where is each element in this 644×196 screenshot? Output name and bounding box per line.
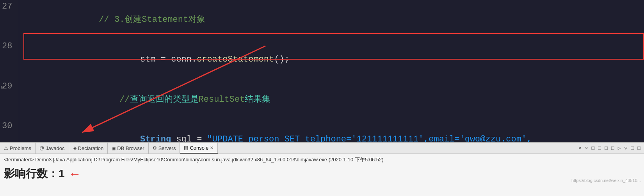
terminated-text: <terminated> Demo3 [Java Application] D:… xyxy=(4,157,384,162)
tab-servers-label: Servers xyxy=(158,145,176,151)
action-btn-7[interactable]: ▷ xyxy=(617,145,622,152)
watermark: https://blog.csdn.net/weixin_43510... xyxy=(571,178,641,183)
tab-problems-label: Problems xyxy=(10,145,31,151)
tab-bar: ⚠ Problems @ Javadoc ◈ Declaration ▣ DB … xyxy=(0,142,644,154)
console-close-ref: ✕ xyxy=(210,145,213,150)
console-icon: ▤ xyxy=(184,145,188,150)
line-content: // 3.创建Statement对象 xyxy=(19,0,644,40)
console-terminated-line: <terminated> Demo3 [Java Application] D:… xyxy=(4,156,640,163)
line-number: 28 xyxy=(0,40,19,79)
servers-icon: ⚙ xyxy=(153,145,157,151)
action-btn-1[interactable]: ✕ xyxy=(577,145,583,152)
console-output-line: 影响行数：1 ← xyxy=(4,166,640,181)
tab-db-browser[interactable]: ▣ DB Browser xyxy=(108,143,148,154)
line-number: 30 xyxy=(0,120,19,142)
tab-javadoc[interactable]: @ Javadoc xyxy=(36,143,69,154)
console-body: <terminated> Demo3 [Java Application] D:… xyxy=(0,154,644,184)
action-btn-2[interactable]: ✕ xyxy=(584,145,589,152)
action-btn-6[interactable]: □ xyxy=(610,145,616,152)
tab-problems[interactable]: ⚠ Problems xyxy=(0,143,36,154)
tab-console[interactable]: ▤ Console ✕ xyxy=(180,143,218,154)
code-table: 27 // 3.创建Statement对象 28 stm = conn.crea… xyxy=(0,0,644,142)
comment: // 3.创建Statement对象 xyxy=(99,15,205,25)
action-btn-10[interactable]: □ xyxy=(636,145,642,152)
action-btn-3[interactable]: □ xyxy=(590,145,596,152)
table-row: 27 // 3.创建Statement对象 xyxy=(0,0,644,40)
code-editor: 27 // 3.创建Statement对象 28 stm = conn.crea… xyxy=(0,0,644,142)
line-content: stm = conn.createStatement(); xyxy=(19,40,644,79)
tab-servers[interactable]: ⚙ Servers xyxy=(149,143,180,154)
tab-javadoc-label: Javadoc xyxy=(46,145,64,151)
line-content: String sql = "UPDATE person SET telphone… xyxy=(19,120,644,142)
line-content: //查询返回的类型是ResultSet结果集 xyxy=(19,80,644,120)
table-row: 29 //查询返回的类型是ResultSet结果集 xyxy=(0,80,644,120)
gutter-marker: ⊠ xyxy=(1,84,4,90)
output-text: 影响行数：1 xyxy=(4,166,65,181)
db-browser-icon: ▣ xyxy=(112,146,116,151)
red-arrow-indicator: ← xyxy=(69,167,81,181)
table-row: 28 stm = conn.createStatement(); xyxy=(0,40,644,79)
action-btn-4[interactable]: □ xyxy=(597,145,602,152)
bottom-panel: ⚠ Problems @ Javadoc ◈ Declaration ▣ DB … xyxy=(0,142,644,196)
tab-declaration-label: Declaration xyxy=(78,145,104,151)
action-btn-5[interactable]: □ xyxy=(603,145,609,152)
action-btn-8[interactable]: ▽ xyxy=(623,145,629,152)
tab-console-label: Console xyxy=(190,145,208,151)
tab-db-browser-label: DB Browser xyxy=(117,145,144,151)
javadoc-icon: @ xyxy=(39,145,44,151)
line-number: 27 xyxy=(0,0,19,40)
tab-declaration[interactable]: ◈ Declaration xyxy=(69,143,108,154)
tab-actions: ✕ ✕ □ □ □ □ ▷ ▽ □ □ xyxy=(575,143,644,154)
declaration-icon: ◈ xyxy=(73,145,76,151)
action-btn-9[interactable]: □ xyxy=(630,145,635,152)
problems-icon: ⚠ xyxy=(4,145,8,151)
table-row: 30 String sql = "UPDATE person SET telph… xyxy=(0,120,644,142)
